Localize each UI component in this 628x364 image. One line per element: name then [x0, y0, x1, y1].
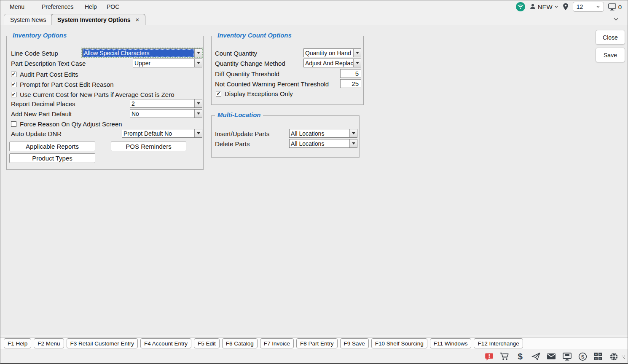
app-window: Menu Preferences Help POC NEW	[0, 0, 628, 364]
fkey-button[interactable]: F7 Invoice	[260, 338, 294, 348]
part-description-text-case-label: Part Description Text Case	[11, 60, 86, 67]
use-current-cost-checkbox[interactable]: ✓ Use Current Cost for New Parts if Aver…	[11, 91, 174, 98]
fkey-button[interactable]: F5 Edit	[194, 338, 220, 348]
alert-icon[interactable]	[484, 352, 494, 361]
dropdown-arrow-icon[interactable]	[353, 49, 361, 57]
multi-location-group: Multi-Location Insert/Update Parts All L…	[211, 115, 360, 158]
insert-update-parts-label: Insert/Update Parts	[215, 130, 269, 137]
fkey-button[interactable]: F9 Save	[340, 338, 369, 348]
audit-part-cost-edits-checkbox[interactable]: ✓ Audit Part Cost Edits	[11, 71, 78, 78]
fkey-button[interactable]: F10 Shelf Sourcing	[371, 338, 427, 348]
session-monitor[interactable]: 0	[608, 3, 622, 11]
fkey-button[interactable]: F4 Account Entry	[140, 338, 191, 348]
checkbox-icon[interactable]: ✓	[11, 72, 16, 77]
diff-quantity-threshold-label: Diff Quantity Threshold	[215, 70, 279, 78]
not-counted-warning-threshold-label: Not Counted Warning Percent Threshold	[215, 80, 329, 88]
send-icon[interactable]	[531, 352, 540, 361]
combo-value: 2	[130, 99, 194, 107]
menu-item-help[interactable]: Help	[85, 2, 107, 12]
dropdown-arrow-icon[interactable]	[349, 139, 357, 147]
fkey-button[interactable]: F12 Interchange	[474, 338, 523, 348]
part-description-text-case-combo[interactable]: Upper	[133, 59, 202, 67]
dropdown-arrow-icon[interactable]	[194, 129, 202, 137]
report-decimal-places-combo[interactable]: 2	[130, 99, 202, 108]
s-circle-icon[interactable]: S	[578, 352, 587, 361]
count-quantity-combo[interactable]: Quantity on Hand	[303, 48, 361, 57]
checkbox-icon[interactable]	[11, 121, 16, 127]
menu-item-menu[interactable]: Menu	[10, 2, 42, 12]
add-new-part-default-combo[interactable]: No	[130, 109, 202, 118]
tab-close-icon[interactable]: ×	[135, 16, 139, 23]
close-button[interactable]: Close	[596, 30, 625, 45]
function-key-bar: F1 HelpF2 MenuF3 Retail Customer EntryF4…	[0, 337, 628, 349]
status-bar: $	[0, 350, 628, 364]
tab-overflow-chevron-icon[interactable]	[613, 16, 619, 21]
product-types-button[interactable]: Product Types	[9, 153, 95, 163]
insert-update-parts-combo[interactable]: All Locations	[289, 129, 357, 138]
globe-icon[interactable]	[609, 352, 618, 361]
auto-update-dnr-combo[interactable]: Prompt Default No	[122, 129, 202, 138]
fkey-button[interactable]: F8 Part Entry	[296, 338, 338, 348]
menu-item-preferences[interactable]: Preferences	[42, 2, 85, 12]
quantity-change-method-combo[interactable]: Adjust And Replace	[303, 59, 361, 67]
combo-value: Prompt Default No	[122, 129, 194, 137]
force-reason-qty-adjust-checkbox[interactable]: Force Reason On Qty Adjust Screen	[11, 120, 122, 128]
calculator-icon[interactable]: + − × =	[593, 352, 603, 361]
dollar-icon[interactable]: $	[515, 352, 525, 361]
store-number-select[interactable]: 12	[573, 2, 604, 12]
line-code-setup-combo[interactable]: Allow Special Characters	[82, 48, 202, 57]
dropdown-arrow-icon[interactable]	[349, 129, 357, 137]
store-number-value: 12	[577, 3, 583, 10]
chevron-down-icon	[596, 5, 600, 9]
count-quantity-label: Count Quantity	[215, 50, 257, 57]
diff-quantity-threshold-input[interactable]: 5	[340, 69, 361, 78]
tab-strip: System News System Inventory Options ×	[0, 13, 628, 25]
save-button[interactable]: Save	[596, 48, 625, 62]
dropdown-arrow-icon[interactable]	[194, 110, 202, 118]
resize-grip[interactable]	[622, 356, 625, 359]
tab-system-news[interactable]: System News	[4, 14, 53, 25]
pos-reminders-button[interactable]: POS Reminders	[111, 142, 186, 151]
checkbox-icon[interactable]: ✓	[11, 82, 16, 87]
monitor-icon[interactable]	[562, 352, 572, 361]
checkbox-label: Force Reason On Qty Adjust Screen	[20, 120, 122, 128]
dropdown-arrow-icon[interactable]	[353, 59, 361, 67]
inventory-count-options-group: Inventory Count Options Count Quantity Q…	[211, 36, 364, 105]
checkbox-label: Use Current Cost for New Parts if Averag…	[20, 91, 174, 98]
delete-parts-combo[interactable]: All Locations	[289, 139, 357, 148]
checkbox-icon[interactable]: ✓	[216, 91, 221, 96]
combo-value: All Locations	[290, 139, 349, 147]
checkbox-icon[interactable]: ✓	[11, 92, 16, 97]
checkbox-label: Audit Part Cost Edits	[20, 71, 78, 78]
chevron-down-icon	[554, 5, 558, 9]
cart-icon[interactable]	[500, 352, 509, 361]
location-pin-icon[interactable]	[563, 3, 569, 11]
checkbox-label: Prompt for Part Cost Edit Reason	[20, 81, 114, 88]
not-counted-warning-threshold-input[interactable]: 25	[340, 79, 361, 88]
dropdown-arrow-icon[interactable]	[194, 49, 202, 57]
combo-value: Quantity on Hand	[304, 49, 353, 57]
group-title: Inventory Count Options	[215, 32, 294, 39]
display-exceptions-only-checkbox[interactable]: ✓ Display Exceptions Only	[216, 90, 293, 97]
mail-icon[interactable]	[547, 352, 556, 361]
quantity-change-method-label: Quantity Change Method	[215, 60, 285, 67]
combo-value: No	[130, 110, 194, 118]
monitor-icon	[608, 3, 616, 11]
prompt-part-cost-edit-reason-checkbox[interactable]: ✓ Prompt for Part Cost Edit Reason	[11, 81, 114, 88]
user-menu[interactable]: NEW	[529, 3, 558, 11]
dropdown-arrow-icon[interactable]	[194, 99, 202, 107]
user-icon	[529, 3, 536, 10]
fkey-button[interactable]: F1 Help	[4, 338, 31, 348]
add-new-part-default-label: Add New Part Default	[11, 110, 72, 118]
fkey-button[interactable]: F6 Catalog	[222, 338, 258, 348]
fkey-button[interactable]: F11 Windows	[430, 338, 472, 348]
svg-text:×: ×	[595, 357, 597, 361]
fkey-button[interactable]: F3 Retail Customer Entry	[67, 338, 138, 348]
combo-value: Adjust And Replace	[304, 59, 353, 67]
auto-update-dnr-label: Auto Update DNR	[11, 130, 62, 137]
dropdown-arrow-icon[interactable]	[194, 59, 202, 67]
menu-item-poc[interactable]: POC	[107, 2, 132, 12]
applicable-reports-button[interactable]: Applicable Reports	[9, 142, 95, 151]
fkey-button[interactable]: F2 Menu	[34, 338, 64, 348]
tab-system-inventory-options[interactable]: System Inventory Options ×	[51, 14, 145, 25]
